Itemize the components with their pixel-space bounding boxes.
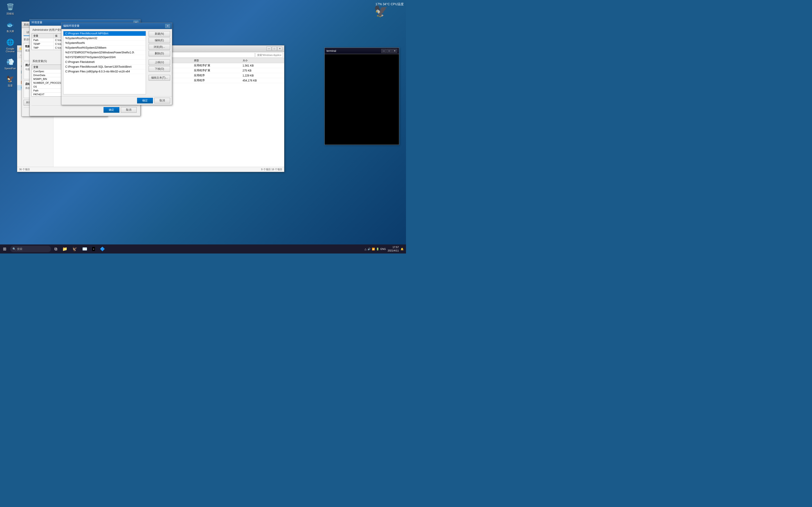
list-item[interactable]: %SystemRoot% [63, 41, 146, 46]
terminal-title: terminal [326, 49, 381, 53]
list-item[interactable]: %SYSTEMROOT%\System32\OpenSSH\ [63, 55, 146, 60]
volume-icon[interactable]: 🔊 [367, 247, 371, 250]
feishu-task-button[interactable]: 🦅 [70, 245, 80, 253]
speedfan-icon[interactable]: 💨 SpeedFan [2, 57, 18, 70]
edit-env-list: C:\Program Files\Microsoft MPI\Bin\ %Sys… [63, 31, 146, 74]
task-view-button[interactable]: ⧉ [52, 245, 60, 253]
edit-text-button[interactable]: 编辑文本(T)... [149, 75, 170, 80]
edit-env-action-buttons: 新建(N) 编辑(E) 浏览(B)... 删除(D) 上移(U) 下移(O) 编… [149, 31, 170, 94]
search-input[interactable] [256, 53, 283, 57]
env-vars-bottom-buttons: 确定 取消 [32, 106, 139, 114]
edit-env-bottom-buttons: 确定 取消 [61, 96, 172, 105]
google-chrome-icon[interactable]: 🌐 Google Chrome [2, 38, 18, 53]
delete-entry-button[interactable]: 删除(D) [149, 51, 170, 56]
minimize-button[interactable]: — [266, 47, 271, 51]
recycle-bin-icon[interactable]: 🗑️ 回收站 [2, 2, 18, 15]
status-bar: 36 个项目 9 个项目 18 个项目 [17, 167, 284, 172]
edit-entry-button[interactable]: 编辑(E) [149, 38, 170, 43]
move-down-button[interactable]: 下移(O) [149, 66, 170, 72]
start-button[interactable]: ⊞ [0, 244, 9, 253]
maximize-button[interactable]: □ [272, 47, 277, 51]
desktop: 🗑️ 回收站 🐟 鱼大师 🌐 Google Chrome 💨 SpeedFan … [0, 0, 406, 253]
ok-button[interactable]: 确定 [137, 98, 153, 103]
mail-button[interactable]: ✉️ [80, 245, 90, 253]
taskbar: ⊞ 🔍 搜索 ⧉ 📁 🦅 ✉️ ▪ 🔷 [0, 244, 406, 253]
close-button[interactable]: ✕ [392, 49, 397, 53]
cancel-button[interactable]: 取消 [154, 98, 170, 103]
file-manager-controls: — □ ✕ [266, 47, 282, 51]
move-up-button[interactable]: 上移(U) [149, 60, 170, 65]
ok-button[interactable]: 确定 [104, 107, 119, 113]
terminal-controls: — □ ✕ [381, 49, 397, 53]
maximize-button[interactable]: □ [387, 49, 392, 53]
edit-env-main: C:\Program Files\Microsoft MPI\Bin\ %Sys… [61, 29, 172, 96]
language-indicator[interactable]: ENG [380, 247, 386, 250]
edit-env-controls: ✕ [165, 24, 170, 28]
taskbar-items: ⧉ 📁 🦅 ✉️ ▪ 🔷 [52, 245, 362, 253]
file-explorer-button[interactable]: 📁 [60, 245, 69, 253]
tray-expand-icon[interactable]: △ [364, 247, 366, 250]
cancel-button[interactable]: 取消 [121, 107, 137, 113]
minimize-button[interactable]: — [381, 49, 386, 53]
terminal-window: terminal — □ ✕ [324, 48, 399, 145]
close-button[interactable]: ✕ [277, 47, 282, 51]
network-icon[interactable]: 📶 [372, 247, 375, 250]
terminal-content[interactable] [325, 54, 399, 145]
ludashu-icon[interactable]: 🐟 鱼大师 [2, 20, 18, 33]
close-button[interactable]: ✕ [165, 24, 170, 28]
new-entry-button[interactable]: 新建(N) [149, 31, 170, 37]
edit-env-title: 编辑环境变量 [63, 24, 165, 28]
list-item[interactable]: C:\Program Files\dotnet\ [63, 60, 146, 64]
edit-env-titlebar[interactable]: 编辑环境变量 ✕ [61, 23, 172, 29]
terminal-task-button[interactable]: ▪ [90, 245, 97, 253]
browse-entry-button[interactable]: 浏览(B)... [149, 44, 170, 50]
list-item[interactable]: C:\Program Files\Microsoft SQL Server\13… [63, 64, 146, 69]
col-var: 变量 [32, 34, 54, 38]
notification-icon[interactable]: 🔔 [401, 247, 404, 250]
battery-icon[interactable]: 🔋 [376, 247, 379, 250]
list-item[interactable]: %SYSTEMROOT%\System32\WindowsPowerShell\… [63, 50, 146, 55]
feishu-large-icon: 🦅 [374, 5, 388, 18]
edit-env-dialog: 编辑环境变量 ✕ C:\Program Files\Microsoft MPI\… [61, 23, 172, 105]
taskbar-clock[interactable]: 17:57 2021/4/11 [388, 245, 399, 252]
taskbar-search[interactable]: 🔍 搜索 [10, 246, 51, 252]
col-header-size[interactable]: 大小 [241, 58, 284, 63]
powershell-button[interactable]: 🔷 [98, 245, 107, 253]
col-header-type[interactable]: 类型 [192, 58, 241, 63]
list-item[interactable]: %SystemRoot%\system32 [63, 36, 146, 41]
feishu-icon[interactable]: 🦅 迅雷 [2, 74, 18, 88]
list-item[interactable]: %SystemRoot%\System32\Wbem [63, 46, 146, 50]
list-item[interactable]: C:\Program Files\Microsoft MPI\Bin\ [63, 31, 146, 36]
terminal-titlebar[interactable]: terminal — □ ✕ [325, 48, 399, 54]
search-icon: 🔍 [12, 247, 16, 250]
edit-env-list-wrapper[interactable]: C:\Program Files\Microsoft MPI\Bin\ %Sys… [63, 31, 146, 94]
taskbar-right: △ 🔊 📶 🔋 ENG 17:57 2021/4/11 🔔 [362, 245, 406, 252]
desktop-icons: 🗑️ 回收站 🐟 鱼大师 🌐 Google Chrome 💨 SpeedFan … [2, 2, 18, 88]
list-item[interactable]: C:\Program Files (x86)\php-8.0.3-nts-Win… [63, 69, 146, 74]
taskbar-tray: △ 🔊 📶 🔋 ENG [364, 247, 386, 250]
